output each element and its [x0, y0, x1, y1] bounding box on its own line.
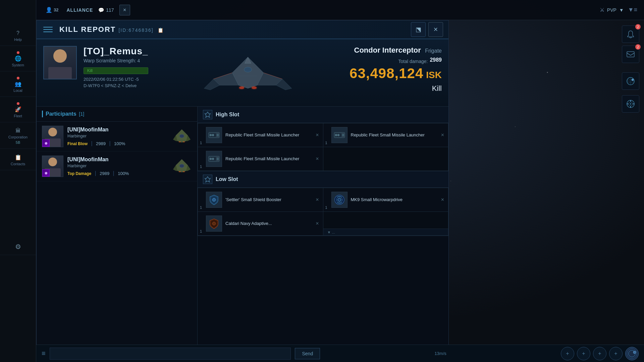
equipment-item-shield[interactable]: 1 'Settler' Small Shield Booster ×	[198, 188, 323, 212]
right-btn-map[interactable]	[622, 72, 639, 90]
user-icon: 👤	[46, 7, 52, 13]
eq-remove-1[interactable]: ×	[316, 132, 319, 138]
svg-rect-33	[342, 134, 344, 136]
pvp-label: PVP	[607, 7, 616, 13]
action-btn-5[interactable]	[625, 347, 639, 360]
notification-wrapper-2: 2	[622, 46, 639, 63]
right-btn-scan[interactable]	[622, 95, 639, 113]
eq-remove-mwd[interactable]: ×	[441, 197, 444, 203]
kill-stats: Condor Interceptor Frigate Total damage:…	[348, 46, 442, 100]
right-panel: 2 2	[617, 20, 644, 362]
sidebar-item-local[interactable]: 👥 Local	[0, 73, 36, 97]
participant-damage-1: 2989	[96, 141, 106, 146]
svg-point-44	[338, 198, 341, 201]
hamburger-bottom-icon[interactable]: ≡	[42, 350, 46, 357]
panel-title: KILL REPORT [ID:6746836] 📋	[59, 25, 164, 34]
sidebar-item-label: Corporation	[8, 135, 28, 139]
action-btn-4[interactable]: +	[609, 347, 623, 360]
avatar-head	[53, 49, 67, 63]
close-panel-button[interactable]: ×	[428, 22, 443, 37]
sidebar-nav: ? Help 🌐 System 👥 Local 🚀 Fleet 🏛 Corpor…	[0, 26, 36, 255]
eq-count-2: 1	[325, 141, 327, 145]
sidebar-item-contacts[interactable]: 📋 Contacts	[0, 150, 36, 170]
equipment-item-3[interactable]: 1 Republic Fleet Small Missile Launcher	[198, 147, 323, 171]
eq-remove-shield[interactable]: ×	[316, 197, 319, 203]
system-icon: 🌐	[15, 55, 21, 62]
participant-info-2: [UNI]MoofinMan Harbinger Top Damage | 29…	[67, 157, 168, 176]
victim-name: [TO]_Remus_	[84, 46, 148, 57]
action-btn-2[interactable]: +	[577, 347, 590, 360]
sidebar-item-corporation[interactable]: 🏛 Corporation 5B	[0, 124, 36, 149]
svg-point-34	[335, 134, 337, 136]
kill-location: D-W7F0 < SPNZ-Z < Delve	[84, 83, 148, 88]
svg-rect-49	[627, 52, 634, 57]
svg-point-22	[179, 164, 184, 168]
participant-stats-row-2: Top Damage | 2989 | 100%	[67, 170, 168, 176]
eq-remove-2[interactable]: ×	[441, 132, 444, 138]
equipment-item-caldari[interactable]: 1 Caldari Navy Adaptive... ×	[198, 212, 323, 235]
pvp-filter[interactable]: ⚔ PVP ▼	[600, 7, 624, 13]
equipment-item-2[interactable]: 1 Republic Fleet Small Missile Launcher	[323, 123, 448, 147]
kill-report-title: KILL REPORT	[59, 25, 116, 34]
user-count-badge: 👤 32	[43, 4, 61, 16]
export-button[interactable]: ⬔	[411, 22, 426, 37]
svg-point-35	[337, 134, 339, 136]
fleet-icon: 🚀	[15, 106, 21, 113]
sidebar-item-system[interactable]: 🌐 System	[0, 47, 36, 71]
total-damage-value: 2989	[430, 57, 442, 63]
copy-icon[interactable]: 📋	[158, 27, 164, 33]
map-icon	[626, 76, 635, 86]
participant-row[interactable]: ⬟ [UNI]MoofinMan Harbinger Final Blow | …	[37, 122, 197, 152]
notifications-icon	[626, 29, 635, 39]
eq-remove-3[interactable]: ×	[316, 156, 319, 162]
action-btn-3[interactable]: +	[593, 347, 606, 360]
low-slot-header: Low Slot	[198, 171, 448, 188]
partial-item-hint: ▼ ...	[323, 229, 448, 235]
eq-count-1: 1	[200, 141, 202, 145]
equipment-item-1[interactable]: 1 Republic Fleet Small Missile Launcher	[198, 123, 323, 147]
sidebar-item-fleet[interactable]: 🚀 Fleet	[0, 98, 36, 122]
svg-point-56	[630, 103, 631, 105]
svg-point-30	[212, 134, 214, 136]
bottom-left: ≡	[42, 350, 46, 357]
eq-remove-caldari[interactable]: ×	[316, 221, 319, 227]
total-damage-row: Total damage: 2989	[398, 56, 442, 64]
partial-item-text: ▼ ...	[327, 230, 335, 234]
orbit-icon	[626, 348, 638, 360]
participant-ship-2: Harbinger	[67, 163, 168, 168]
sidebar-item-help[interactable]: ? Help	[0, 26, 36, 46]
speed-display: 13m/s	[324, 351, 557, 356]
action-btn-1[interactable]: +	[561, 347, 574, 360]
bottom-bar: ≡ Send 13m/s + + + +	[36, 345, 644, 362]
alliance-badge[interactable]: ALLIANCE	[66, 7, 93, 13]
hamburger-menu[interactable]	[42, 23, 54, 36]
contacts-icon: 📋	[15, 154, 21, 161]
participant-row-2[interactable]: ⬟ [UNI]MoofinMan Harbinger Top Damage | …	[37, 152, 197, 181]
panel-header-actions: ⬔ ×	[411, 22, 443, 37]
sidebar: ? Help 🌐 System 👥 Local 🚀 Fleet 🏛 Corpor…	[0, 0, 36, 362]
svg-point-41	[212, 198, 216, 201]
corp-icon-1: ⬟	[42, 139, 50, 147]
close-top-btn[interactable]: ×	[119, 5, 130, 15]
equipment-item-mwd[interactable]: 1 MK9 Small Microwarpdrive	[323, 188, 448, 212]
victim-info: [TO]_Remus_ Warp Scramble Strength: 4 Ki…	[84, 46, 148, 100]
eq-icon-shield	[206, 192, 222, 208]
chat-input[interactable]	[50, 348, 291, 360]
eq-name-shield: 'Settler' Small Shield Booster	[225, 197, 312, 203]
participant-avatar-1: ⬟	[42, 126, 63, 147]
send-button[interactable]: Send	[295, 348, 320, 359]
ship-silhouette	[201, 46, 295, 100]
svg-point-29	[210, 134, 212, 136]
sidebar-item-settings[interactable]: ⚙	[0, 239, 36, 255]
global-filter-icon[interactable]: ▼≡	[628, 6, 637, 13]
gear-icon: ⚙	[15, 243, 21, 251]
total-damage-label: Total damage:	[398, 59, 428, 64]
top-nav-left: 👤 32 ALLIANCE 💬 117 ×	[43, 4, 130, 16]
eq-count-shield: 1	[200, 205, 202, 209]
eq-icon-2	[331, 127, 347, 143]
ship-name: Condor Interceptor	[354, 46, 421, 54]
svg-point-45	[212, 222, 216, 225]
messages-badge[interactable]: 💬 117	[98, 7, 114, 13]
top-nav-bar: 👤 32 ALLIANCE 💬 117 × ⚔ PVP ▼ ▼≡	[36, 0, 644, 20]
avatar-head-small	[48, 128, 57, 136]
